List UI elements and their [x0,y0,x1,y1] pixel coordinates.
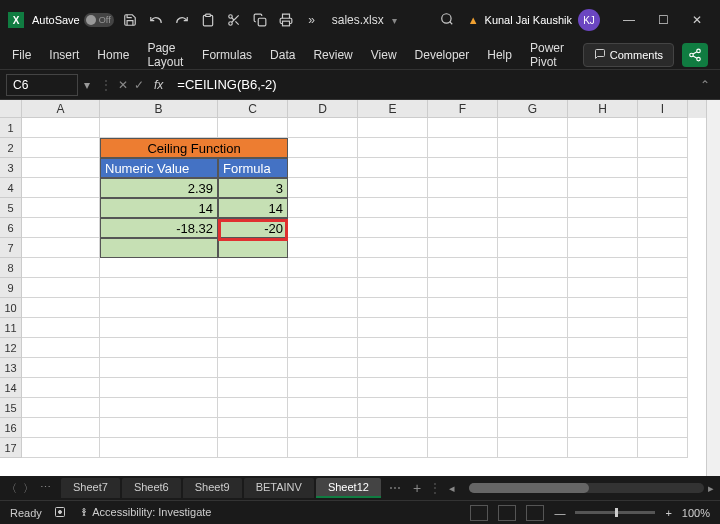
cell[interactable] [638,418,688,438]
zoom-slider[interactable] [575,511,655,514]
table-cell[interactable]: -20 [218,218,288,238]
cell[interactable] [358,278,428,298]
row-header[interactable]: 10 [0,298,22,318]
cell[interactable] [218,378,288,398]
row-header[interactable]: 2 [0,138,22,158]
table-title[interactable]: Ceiling Function [100,138,288,158]
cell[interactable] [498,338,568,358]
cell[interactable] [218,358,288,378]
sheet-tab[interactable]: Sheet7 [61,478,120,498]
cell[interactable] [428,238,498,258]
table-cell[interactable] [100,238,218,258]
table-cell[interactable]: 14 [100,198,218,218]
cell[interactable] [428,418,498,438]
cell[interactable] [428,318,498,338]
cell[interactable] [100,298,218,318]
cell[interactable] [218,338,288,358]
cell[interactable] [358,218,428,238]
cell[interactable] [568,318,638,338]
cell[interactable] [218,118,288,138]
cell[interactable] [288,218,358,238]
cell[interactable] [498,218,568,238]
cell[interactable] [568,358,638,378]
vertical-scrollbar[interactable] [706,100,720,476]
cell[interactable] [288,198,358,218]
row-header[interactable]: 1 [0,118,22,138]
cell[interactable] [358,398,428,418]
col-header-a[interactable]: A [22,100,100,118]
cell[interactable] [568,398,638,418]
cell[interactable] [358,318,428,338]
toggle-switch[interactable]: Off [84,13,114,27]
tab-developer[interactable]: Developer [415,48,470,62]
tab-file[interactable]: File [12,48,31,62]
add-sheet-button[interactable]: + [413,480,421,496]
cell[interactable] [428,378,498,398]
cell[interactable] [568,158,638,178]
row-header[interactable]: 7 [0,238,22,258]
row-header[interactable]: 4 [0,178,22,198]
cell[interactable] [358,298,428,318]
zoom-level[interactable]: 100% [682,507,710,519]
cell[interactable] [638,378,688,398]
cell[interactable] [22,258,100,278]
formula-input[interactable] [173,74,694,96]
tab-review[interactable]: Review [313,48,352,62]
col-header-h[interactable]: H [568,100,638,118]
cell[interactable] [22,218,100,238]
table-cell[interactable]: 14 [218,198,288,218]
autosave-toggle[interactable]: AutoSave Off [32,13,114,27]
sheet-overflow-icon[interactable]: ⋯ [389,481,401,495]
more-icon[interactable]: » [304,12,320,28]
cell[interactable] [638,118,688,138]
cell[interactable] [358,238,428,258]
cell[interactable] [498,238,568,258]
cell[interactable] [22,198,100,218]
cell[interactable] [568,438,638,458]
cell[interactable] [428,218,498,238]
col-header-i[interactable]: I [638,100,688,118]
fx-icon[interactable]: fx [154,78,163,92]
cell[interactable] [568,218,638,238]
cell[interactable] [358,358,428,378]
cell[interactable] [428,138,498,158]
cell[interactable] [100,378,218,398]
cell[interactable] [22,398,100,418]
maximize-button[interactable]: ☐ [648,5,678,35]
cell[interactable] [498,138,568,158]
cell[interactable] [498,438,568,458]
sheet-prev-icon[interactable]: 〈 [6,481,17,496]
sheet-tab[interactable]: Sheet9 [183,478,242,498]
cell[interactable] [428,198,498,218]
copy-icon[interactable] [252,12,268,28]
cell[interactable] [498,178,568,198]
cell[interactable] [218,438,288,458]
cell[interactable] [22,318,100,338]
cell[interactable] [498,198,568,218]
cell[interactable] [428,438,498,458]
cell[interactable] [100,278,218,298]
table-header[interactable]: Formula [218,158,288,178]
cell[interactable] [100,438,218,458]
cell[interactable] [568,418,638,438]
sheet-tab[interactable]: BETAINV [244,478,314,498]
cell[interactable] [638,258,688,278]
cell[interactable] [638,318,688,338]
cell[interactable] [288,418,358,438]
cell[interactable] [358,158,428,178]
cell[interactable] [288,338,358,358]
cell[interactable] [498,298,568,318]
cell[interactable] [358,258,428,278]
cell[interactable] [358,138,428,158]
horizontal-scrollbar[interactable] [469,483,704,493]
cut-icon[interactable] [226,12,242,28]
table-cell[interactable] [218,238,288,258]
table-cell[interactable]: -18.32 [100,218,218,238]
cell[interactable] [288,238,358,258]
cell[interactable] [100,318,218,338]
cell[interactable] [288,298,358,318]
cell[interactable] [498,398,568,418]
cell[interactable] [428,278,498,298]
comments-button[interactable]: Comments [583,43,674,67]
cell[interactable] [498,418,568,438]
